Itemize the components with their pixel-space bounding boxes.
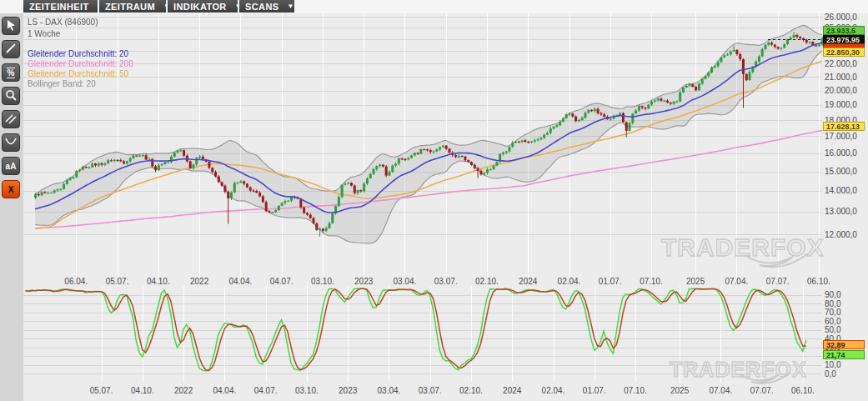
legend-bollinger: Bollinger Band: 20 (28, 79, 96, 88)
menu-indikator-label: INDIKATOR (173, 2, 227, 12)
date-tick-label: 03.04. (378, 386, 401, 395)
date-tick-label: 02.04. (558, 277, 581, 286)
percent-scale-tool-button[interactable]: % (2, 63, 20, 82)
date-tick-label: 02.04. (542, 386, 565, 395)
traderfox-watermark-lower: TRADERFOX (670, 358, 807, 382)
parallel-icon (5, 113, 17, 126)
high-price-tag: 23.933,5 (823, 26, 865, 35)
date-tick-label: 2022 (190, 277, 208, 286)
last-price-tag: 23.975,95 (823, 35, 865, 44)
oscillator-axis-label: 0,0 (825, 369, 836, 378)
ma200-value-tag: 17.628,13 (823, 122, 865, 131)
magnifier-icon (5, 89, 17, 103)
fox-tail-swoosh (743, 247, 818, 272)
date-tick-label: 07.04. (725, 277, 748, 286)
legend-ma200: Gleitender Durchschnitt: 200 (28, 59, 133, 68)
symbol-title: LS - DAX (846900) (28, 18, 98, 27)
oscillator-axis-label: 50,0 (825, 325, 840, 334)
date-tick-label: 2025 (670, 386, 689, 395)
zoom-tool-button[interactable] (2, 87, 20, 105)
oscillator-axis-label: 70,0 (825, 308, 840, 317)
date-tick-label: 07.10. (640, 277, 663, 286)
traderfox-chart-window: ZEITEINHEIT ▼ ZEITRAUM ▼ INDIKATOR ▼ SCA… (0, 0, 868, 401)
text-tool-button[interactable]: aA (2, 157, 20, 175)
arc-tool-button[interactable] (2, 133, 20, 152)
menu-zeiteinheit-label: ZEITEINHEIT (29, 2, 89, 12)
date-tick-label: 2022 (174, 386, 193, 395)
date-tick-label: 04.10. (147, 277, 170, 286)
date-tick-label: 04.04. (213, 386, 236, 395)
date-tick-label: 03.10. (295, 386, 319, 395)
menu-scans-label: SCANS (245, 2, 279, 12)
date-tick-label: 03.04. (394, 277, 417, 286)
oscillator-axis-label: 10,0 (825, 360, 840, 369)
chevron-down-icon: ▼ (288, 3, 294, 10)
price-axis-label: 19.000,0 (825, 100, 857, 109)
price-axis-label: 21.000,0 (825, 73, 857, 82)
date-tick-label: 2024 (519, 277, 537, 286)
date-tick-label: 02.10. (459, 386, 483, 395)
date-tick-label: 06.10. (791, 386, 815, 395)
stoch-d-value-tag: 32,89 (823, 340, 865, 349)
oscillator-axis-label: 90,0 (825, 290, 840, 299)
oscillator-axis-label: 80,0 (825, 299, 840, 308)
date-tick-label: 07.04. (709, 386, 732, 395)
date-tick-label: 07.07. (766, 277, 790, 286)
menu-scans-button[interactable]: SCANS ▼ (239, 0, 294, 13)
menu-indikator-button[interactable]: INDIKATOR ▼ (168, 0, 238, 13)
line-icon (5, 43, 17, 56)
close-tool-button[interactable]: X (2, 180, 20, 198)
fox-tail-swoosh (738, 368, 796, 388)
pointer-tool-button[interactable] (2, 17, 20, 35)
date-tick-label: 07.07. (750, 386, 774, 395)
date-tick-label: 05.07. (90, 386, 113, 395)
date-tick-label: 04.04. (228, 277, 252, 286)
date-tick-label: 02.10. (475, 277, 499, 286)
date-tick-label: 05.07. (106, 277, 129, 286)
date-tick-label: 01.07. (583, 386, 606, 395)
date-tick-label: 04.10. (131, 386, 154, 395)
ma50-value-tag: 22.850,30 (823, 48, 865, 57)
date-tick-label: 06.10. (807, 277, 830, 286)
legend-ma50: Gleitender Durchschnitt: 50 (28, 69, 128, 78)
price-axis-label: 15.000,0 (825, 167, 857, 176)
price-axis-label: 16.000,0 (825, 148, 857, 158)
price-axis-label: 12.000,0 (825, 230, 857, 239)
price-axis-label: 22.000,0 (825, 59, 857, 68)
price-axis-label: 17.000,0 (825, 132, 857, 141)
text-icon: aA (6, 162, 17, 171)
date-tick-label: 04.07. (270, 277, 294, 286)
timeframe-label: 1 Woche (28, 29, 60, 38)
menu-zeitraum-button[interactable]: ZEITRAUM ▼ (99, 0, 166, 13)
stoch-k-value-tag: 21,74 (823, 350, 865, 359)
date-tick-label: 2023 (339, 386, 357, 395)
date-tick-label: 06.04. (64, 277, 88, 286)
date-tick-label: 2023 (354, 277, 373, 286)
cursor-icon (5, 19, 17, 33)
line-draw-tool-button[interactable] (2, 40, 20, 58)
legend-ma20: Gleitender Durchschnitt: 20 (28, 49, 128, 58)
price-axis-label: 26.000,0 (825, 13, 857, 22)
menu-bar: ZEITEINHEIT ▼ ZEITRAUM ▼ INDIKATOR ▼ SCA… (0, 0, 868, 13)
menu-zeiteinheit-button[interactable]: ZEITEINHEIT ▼ (23, 0, 98, 13)
date-tick-label: 01.07. (599, 277, 622, 286)
price-axis-label: 14.000,0 (825, 186, 857, 195)
percent-icon: % (7, 68, 16, 78)
price-axis-label: 13.000,0 (825, 207, 857, 216)
date-tick-label: 07.10. (624, 386, 647, 395)
parallel-lines-tool-button[interactable] (2, 110, 20, 128)
date-tick-label: 03.07. (419, 386, 442, 395)
traderfox-watermark: TRADERFOX (661, 233, 825, 262)
oscillator-axis-label: 60,0 (825, 317, 840, 326)
date-tick-label: 03.07. (434, 277, 458, 286)
date-tick-label: 2025 (686, 277, 705, 286)
date-tick-label: 03.10. (311, 277, 334, 286)
menu-zeitraum-label: ZEITRAUM (105, 2, 155, 12)
date-tick-label: 04.07. (254, 386, 278, 395)
arc-icon (4, 137, 18, 148)
chart-region: LS - DAX (846900) 1 Woche Gleitender Dur… (23, 13, 868, 401)
price-axis-label: 20.000,0 (825, 86, 857, 95)
close-icon: X (8, 185, 14, 194)
drawing-toolbar: %aAX (0, 13, 23, 401)
date-tick-label: 2024 (503, 386, 521, 395)
